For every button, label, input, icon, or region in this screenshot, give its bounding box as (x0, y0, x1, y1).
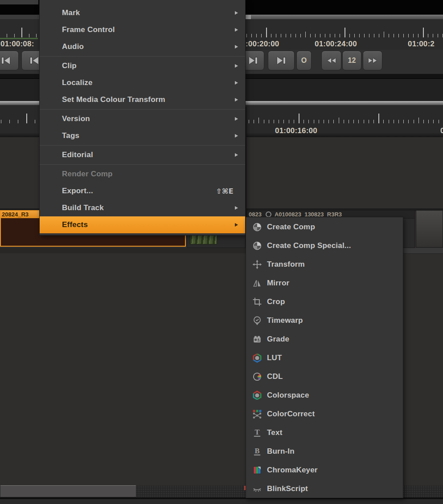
create-comp-icon (252, 222, 263, 232)
ruler-tick (339, 118, 339, 123)
viewer-scrollbar-left (0, 15, 39, 19)
menu-item-build-track[interactable]: Build Track (40, 199, 245, 216)
ruler-tick (281, 34, 281, 37)
ruler-tick (249, 120, 249, 123)
submenu-item-colorspace[interactable]: Colorspace (246, 386, 403, 405)
ruler-tick (21, 28, 22, 37)
submenu-item-create-comp-special[interactable]: Create Comp Special... (246, 236, 403, 255)
menu-item-version[interactable]: Version (40, 110, 245, 127)
menu-item-export[interactable]: Export...⇧⌘E (40, 183, 245, 199)
go-to-start-button[interactable] (0, 51, 19, 70)
loop-mode-button[interactable]: O (296, 51, 312, 70)
track-lower-strip-right (402, 248, 443, 254)
menu-item-audio[interactable]: Audio (40, 38, 245, 55)
timeline-clip-far-right[interactable] (416, 210, 443, 248)
ruler-tick (289, 120, 289, 123)
menu-item-label: Tags (62, 131, 235, 140)
ruler-tick (305, 32, 306, 37)
horizontal-scrollbar-thumb[interactable] (0, 485, 136, 497)
submenu-item-chromakeyer[interactable]: cChromaKeyer (246, 461, 403, 480)
timecode-label: 01:00:16:00 (275, 126, 317, 135)
submenu-item-mirror[interactable]: Mirror (246, 274, 403, 293)
ruler-tick (325, 34, 325, 37)
ruler-tick (324, 120, 324, 123)
ruler-tick (300, 34, 301, 37)
ruler-tick (359, 34, 360, 37)
submenu-item-colorcorrect[interactable]: ColorCorrect (246, 405, 403, 423)
ruler-tick (294, 120, 294, 123)
submenu-item-burn-in[interactable]: BBurn-In (246, 442, 403, 461)
ruler-tick (374, 34, 374, 37)
submenu-item-grade[interactable]: Grade (246, 330, 403, 349)
menu-item-label: Version (62, 114, 235, 123)
ruler-tick (7, 34, 7, 37)
ruler-tick (418, 118, 419, 123)
submenu-arrow-icon (235, 81, 238, 85)
menu-item-render-comp[interactable]: Render Comp (40, 166, 245, 183)
submenu-item-label: Crop (267, 297, 285, 306)
ruler-tick (379, 34, 379, 37)
submenu-item-label: Mirror (267, 279, 289, 288)
submenu-item-blinkscript[interactable]: BlinkScript (246, 480, 403, 498)
submenu-arrow-icon (235, 223, 238, 227)
ruler-tick (439, 120, 439, 123)
menu-item-set-media-colour-transform[interactable]: Set Media Colour Transform (40, 91, 245, 108)
menu-item-label: Localize (62, 78, 235, 87)
fast-forward-button[interactable] (363, 51, 382, 70)
menu-item-editorial[interactable]: Editorial (40, 146, 245, 163)
ruler-tick (353, 120, 354, 123)
submenu-item-label: Transform (267, 260, 305, 269)
submenu-item-label: CDL (267, 372, 283, 381)
menu-item-frame-control[interactable]: Frame Control (40, 21, 245, 38)
fps-label: 12 (348, 57, 356, 65)
submenu-item-lut[interactable]: LUT (246, 349, 403, 367)
menu-item-label: Clip (62, 61, 235, 70)
menu-item-clip[interactable]: Clip (40, 57, 245, 74)
ruler-tick (428, 34, 428, 37)
ruler-tick (418, 34, 418, 37)
svg-text:c: c (259, 467, 261, 469)
menu-item-effects[interactable]: Effects (40, 216, 245, 233)
ruler-tick (276, 34, 276, 37)
submenu-item-transform[interactable]: Transform (246, 255, 403, 274)
lut-icon (252, 353, 263, 363)
blinkscript-icon (252, 484, 263, 494)
viewer-scrollbar-cap[interactable] (246, 15, 251, 19)
ruler-tick (354, 34, 355, 37)
ruler-tick (423, 120, 424, 123)
ruler-tick (413, 34, 414, 37)
fps-button[interactable]: 12 (342, 51, 361, 70)
menu-item-localize[interactable]: Localize (40, 74, 245, 91)
timecode-label: 01:00:24:00 (315, 40, 357, 49)
ruler-tick (264, 120, 264, 123)
crop-icon (252, 297, 263, 307)
menu-item-tags[interactable]: Tags (40, 127, 245, 144)
submenu-item-create-comp[interactable]: Create Comp (246, 218, 403, 236)
context-menu: MarkFrame ControlAudioClipLocalizeSet Me… (39, 0, 246, 236)
ruler-tick (251, 34, 252, 37)
ruler-tick (35, 120, 35, 123)
chromakeyer-icon: c (252, 465, 263, 476)
submenu-item-label: Create Comp (267, 223, 315, 232)
submenu-item-cdl[interactable]: CDL (246, 367, 403, 386)
submenu-item-timewarp[interactable]: Timewarp (246, 311, 403, 330)
submenu-item-crop[interactable]: Crop (246, 293, 403, 311)
ruler-tick (328, 120, 329, 123)
colorcorrect-icon (252, 409, 263, 419)
ruler-tick (408, 34, 409, 37)
go-to-end-button[interactable] (268, 51, 295, 70)
ruler-tick (408, 120, 409, 123)
ruler-tick (345, 28, 345, 37)
skip-to-end-icon (249, 57, 254, 64)
ruler-tick (433, 120, 434, 123)
ruler-tick (358, 120, 359, 123)
svg-text:T: T (254, 428, 259, 436)
menu-item-mark[interactable]: Mark (40, 4, 245, 21)
rewind-button[interactable] (321, 51, 341, 70)
ruler-tick (369, 120, 369, 123)
ruler-tick (398, 34, 399, 37)
submenu-item-text[interactable]: TText (246, 423, 403, 442)
ruler-tick (403, 34, 404, 37)
fast-forward-icon (369, 58, 372, 63)
submenu-item-label: Colorspace (267, 391, 309, 400)
